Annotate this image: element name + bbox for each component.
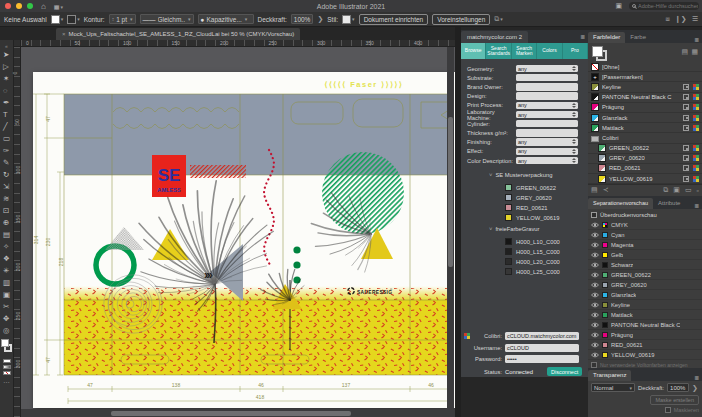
visibility-eye-icon[interactable] bbox=[591, 222, 599, 228]
opacity-value[interactable]: 100% bbox=[291, 14, 314, 24]
maximize-window-icon[interactable] bbox=[27, 3, 33, 9]
swatch-row-pantone-neutral-black-c[interactable]: PANTONE Neutral Black C bbox=[588, 93, 702, 103]
shape-builder-tool[interactable]: ⊕ bbox=[3, 217, 10, 229]
vertical-scrollbar[interactable] bbox=[447, 47, 454, 409]
colibri-select-finishing[interactable]: any bbox=[516, 138, 578, 146]
stroke-width-stepper[interactable]: ↕1 pt▾ bbox=[109, 14, 136, 24]
fill-swatch[interactable] bbox=[51, 15, 60, 24]
document-arrange-icon[interactable]: ⧈ bbox=[666, 15, 670, 23]
dock-panel-icon[interactable]: ❙❯ bbox=[675, 15, 687, 23]
colibri-select-geometry[interactable]: any bbox=[516, 65, 578, 73]
direct-selection-tool[interactable]: ▷ bbox=[3, 61, 10, 73]
colibri-tab-pro[interactable]: Pro bbox=[563, 43, 588, 59]
visibility-eye-icon[interactable] bbox=[591, 272, 599, 278]
colibri-color-green-00622[interactable]: GREEN_00622 bbox=[505, 184, 556, 191]
swatch-row-colibri[interactable]: Colibri bbox=[588, 133, 702, 143]
clip-checkbox[interactable] bbox=[665, 407, 671, 413]
stroke-swatch[interactable] bbox=[67, 15, 76, 24]
colibri-select-effect[interactable]: any bbox=[516, 148, 578, 156]
app-grid-icon[interactable]: ▦▾ bbox=[54, 3, 63, 10]
panel-menu-icon[interactable]: ≣ bbox=[694, 36, 702, 43]
tab-separationenvorschau[interactable]: Separationenvorschau bbox=[588, 198, 653, 209]
used-spots-only-checkbox[interactable] bbox=[591, 362, 597, 368]
close-window-icon[interactable] bbox=[5, 3, 11, 9]
horizontal-ruler[interactable]: 050100150200250300350400 bbox=[21, 40, 455, 47]
visibility-eye-icon[interactable] bbox=[591, 342, 599, 348]
free-transform-tool[interactable]: ⊡ bbox=[3, 205, 10, 217]
selection-tool[interactable]: ➤ bbox=[3, 49, 10, 61]
document-tab[interactable]: × Mock_Ups_Faltschachtel_SE_AMLESS_1_RZ_… bbox=[56, 28, 300, 40]
zoom-tool[interactable]: ◎ bbox=[3, 325, 10, 337]
paintbrush-tool[interactable]: ✑ bbox=[3, 145, 10, 157]
visibility-eye-icon[interactable] bbox=[591, 312, 599, 318]
colibri-input-brand-owner[interactable] bbox=[516, 83, 578, 91]
canvas[interactable]: ⟨⟨⟨⟨⟨ Faser ⟩⟩⟩⟩⟩ SE bbox=[21, 47, 455, 417]
tab-farbe[interactable]: Farbe bbox=[625, 32, 651, 43]
swatch-row-pr-gung[interactable]: Prägung bbox=[588, 103, 702, 113]
swatch-options-icon[interactable]: ⧉ bbox=[663, 186, 668, 194]
fill-stroke-indicator[interactable] bbox=[0, 339, 14, 357]
colibri-color-h000-l10-c000[interactable]: H000_L10_C000 bbox=[505, 238, 560, 245]
opacity-field[interactable]: 100% bbox=[667, 383, 689, 392]
gradient-mode-icon[interactable] bbox=[3, 365, 11, 369]
swatch-row-keyline[interactable]: Keyline bbox=[588, 82, 702, 92]
make-mask-button[interactable]: Maske erstellen bbox=[650, 395, 699, 405]
rectangle-tool[interactable]: ▭ bbox=[3, 133, 10, 145]
fill-color-control[interactable]: ▾ bbox=[51, 15, 64, 24]
visibility-eye-icon[interactable] bbox=[591, 262, 599, 268]
menu-icon[interactable]: ☰ bbox=[692, 15, 698, 23]
gradient-tool[interactable]: ▤ bbox=[3, 229, 10, 241]
help-search[interactable] bbox=[629, 2, 699, 10]
fill-indicator[interactable] bbox=[1, 339, 9, 347]
blend-tool[interactable]: ❖ bbox=[3, 253, 10, 265]
blend-mode-dropdown[interactable]: Normal▾ bbox=[591, 383, 635, 392]
visibility-eye-icon[interactable] bbox=[591, 352, 599, 358]
artboard-tool[interactable]: ▣ bbox=[3, 289, 10, 301]
swatch-row-yellow-00619[interactable]: YELLOW_00619 bbox=[588, 174, 702, 184]
opacity-expand-icon[interactable]: ❯ bbox=[692, 384, 698, 392]
vertical-ruler[interactable]: 050100150200250300 bbox=[14, 47, 21, 417]
style-swatch-control[interactable]: ▾ bbox=[342, 15, 355, 24]
opacity-expand-icon[interactable]: ❯ bbox=[317, 15, 323, 23]
colibri-group-se-musterverpackung[interactable]: ˅SE Musterverpackung bbox=[489, 172, 552, 178]
column-graph-tool[interactable]: ▥ bbox=[3, 277, 10, 289]
colibri-input-thickness-g-m[interactable] bbox=[516, 129, 578, 137]
overprint-preview-checkbox[interactable] bbox=[591, 212, 597, 218]
pencil-tool[interactable]: ✎ bbox=[3, 157, 10, 169]
stroke-style-dropdown[interactable]: ——Gleichm...▾ bbox=[140, 14, 194, 24]
vertical-scroll-thumb[interactable] bbox=[448, 117, 453, 267]
swatch-row-red-00621[interactable]: RED_00621 bbox=[588, 164, 702, 174]
minimize-window-icon[interactable] bbox=[16, 3, 22, 9]
slice-tool[interactable]: ✂ bbox=[3, 301, 10, 313]
disconnect-button[interactable]: Disconnect bbox=[547, 367, 582, 376]
colibri-tab-browse[interactable]: Browse bbox=[461, 43, 486, 59]
horizontal-scroll-thumb[interactable] bbox=[111, 411, 351, 416]
swatch-row-passermarken[interactable]: +[Passermarken] bbox=[588, 72, 702, 82]
visibility-eye-icon[interactable] bbox=[591, 232, 599, 238]
password-field[interactable]: ••••• bbox=[505, 355, 579, 363]
colibri-select-color-description[interactable]: any bbox=[516, 157, 578, 165]
fill-proxy-swatch[interactable] bbox=[592, 46, 603, 57]
artboard[interactable]: ⟨⟨⟨⟨⟨ Faser ⟩⟩⟩⟩⟩ SE bbox=[33, 72, 455, 408]
swatch-row-green-00622[interactable]: GREEN_00622 bbox=[588, 144, 702, 154]
pen-tool[interactable]: ✒ bbox=[3, 97, 10, 109]
visibility-eye-icon[interactable] bbox=[591, 302, 599, 308]
panel-menu-icon[interactable]: ≣ bbox=[694, 202, 702, 209]
swatch-row-ohne[interactable]: [Ohne] bbox=[588, 62, 702, 72]
new-swatch-icon[interactable]: ▭ bbox=[685, 186, 692, 194]
style-swatch[interactable] bbox=[342, 15, 351, 24]
username-field[interactable]: cCLOUD bbox=[505, 344, 579, 352]
colibri-input-substrate[interactable] bbox=[516, 74, 578, 82]
preferences-button[interactable]: Voreinstellungen bbox=[432, 14, 490, 25]
new-color-group-icon[interactable]: ▣ bbox=[673, 186, 680, 194]
close-tab-icon[interactable]: × bbox=[62, 31, 66, 37]
colibri-input-design[interactable] bbox=[516, 92, 578, 100]
swatch-row-glanzlack[interactable]: Glanzlack bbox=[588, 113, 702, 123]
colibri-tab-search-standards[interactable]: Search Standards bbox=[486, 43, 512, 59]
se-amless-logo[interactable]: SE AMLESS bbox=[152, 155, 186, 197]
colibri-field[interactable]: cCLOUD.matchmycolor.com bbox=[505, 332, 579, 340]
document-setup-button[interactable]: Dokument einrichten bbox=[359, 14, 429, 25]
more-tools-icon[interactable]: … bbox=[3, 377, 10, 384]
tab-transparenz[interactable]: Transparenz bbox=[588, 370, 631, 381]
colibri-select-laboratory-machine[interactable]: any bbox=[516, 111, 578, 119]
